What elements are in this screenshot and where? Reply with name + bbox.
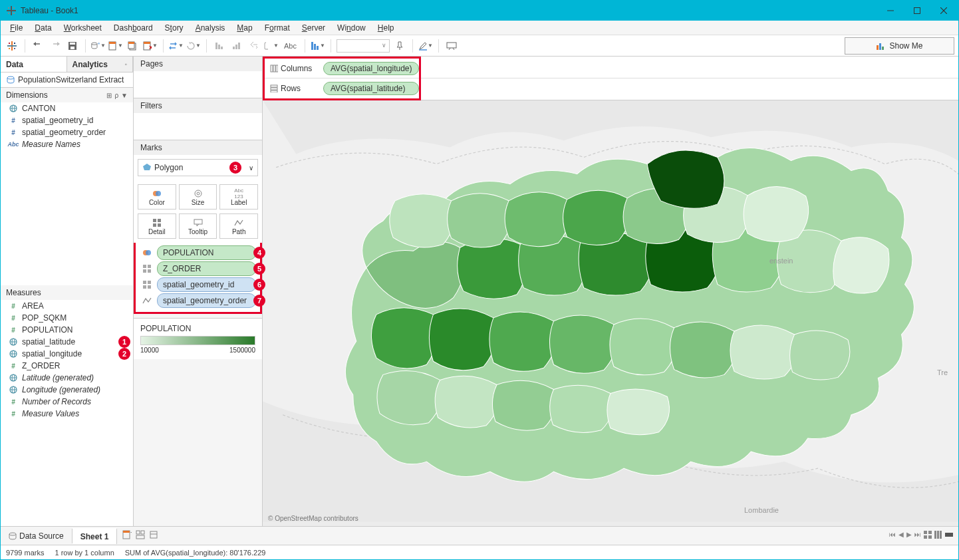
tooltip-card[interactable]: Tooltip (179, 213, 217, 239)
pin-button[interactable] (392, 39, 407, 53)
mark-pill[interactable]: spatial_geometry_order (157, 293, 256, 308)
duplicate-sheet-button[interactable] (126, 39, 140, 53)
tab-data[interactable]: Data (1, 57, 67, 72)
viz-area: Columns AVG(spatial_longitude) Rows AVG(… (263, 57, 958, 526)
mark-pill[interactable]: POPULATION (157, 245, 256, 260)
menu-window[interactable]: Window (332, 22, 371, 34)
menu-help[interactable]: Help (372, 22, 400, 34)
dimension-field[interactable]: CANTON (1, 102, 133, 114)
show-me-button[interactable]: Show Me (845, 37, 954, 55)
save-button[interactable] (65, 39, 80, 53)
last-sheet-button[interactable]: ⏭ (914, 531, 921, 541)
new-story-tab-button[interactable] (149, 530, 158, 541)
measure-field[interactable]: Latitude (generated) (1, 372, 133, 384)
minimize-button[interactable] (881, 4, 900, 17)
maximize-button[interactable] (908, 4, 926, 17)
dimensions-search-icon[interactable]: ρ (114, 92, 118, 99)
mark-pill[interactable]: Z_ORDER (157, 261, 256, 276)
dimensions-view-icon[interactable]: ⊞ (106, 92, 112, 99)
dimension-field[interactable]: #spatial_geometry_id (1, 114, 133, 126)
show-sheet-sorter-button[interactable] (934, 531, 942, 541)
detail-card[interactable]: Detail (138, 213, 176, 239)
menu-server[interactable]: Server (297, 22, 331, 34)
measure-field[interactable]: #POP_SQKM (1, 312, 133, 324)
rows-pill[interactable]: AVG(spatial_latitude) (323, 82, 419, 95)
show-tabs-button[interactable] (945, 531, 953, 541)
sort-desc-button[interactable] (229, 39, 244, 53)
menu-story[interactable]: Story (160, 22, 189, 34)
toolbar-search[interactable]: ∨ (337, 39, 390, 53)
measure-field[interactable]: #AREA (1, 300, 133, 312)
measure-field[interactable]: #POPULATION (1, 324, 133, 336)
dimension-field[interactable]: AbcMeasure Names (1, 138, 133, 150)
map-view[interactable]: mtéensteinTreLombardie © OpenStreetMap c… (263, 100, 958, 526)
group-button[interactable] (247, 39, 261, 53)
menu-map[interactable]: Map (231, 22, 257, 34)
mark-type-select[interactable]: Polygon 3 ∨ (138, 159, 258, 176)
measure-field[interactable]: Longitude (generated) (1, 384, 133, 396)
tableau-logo-icon[interactable] (5, 39, 19, 53)
totals-button[interactable]: ▼ (311, 39, 325, 53)
redo-button[interactable] (48, 39, 63, 53)
measure-field[interactable]: spatial_longitude2 (1, 348, 133, 360)
new-datasource-button[interactable]: +▼ (91, 39, 106, 53)
new-dashboard-tab-button[interactable] (136, 530, 145, 541)
label-card[interactable]: Abc123Label (219, 184, 258, 210)
path-card[interactable]: Path (219, 213, 258, 239)
measure-field[interactable]: #Measure Values (1, 408, 133, 420)
menu-dashboard[interactable]: Dashboard (108, 22, 158, 34)
data-source-tab[interactable]: Data Source (1, 529, 72, 543)
color-legend[interactable]: POPULATION 10000 1500000 (134, 318, 262, 359)
size-card[interactable]: Size (179, 184, 217, 210)
menu-analysis[interactable]: Analysis (190, 22, 231, 34)
field-type-icon: # (9, 117, 18, 124)
presentation-button[interactable] (444, 39, 459, 53)
next-sheet-button[interactable]: ▶ (906, 531, 912, 541)
measure-field[interactable]: spatial_latitude1 (1, 336, 133, 348)
close-button[interactable] (934, 4, 953, 17)
dimension-field[interactable]: #spatial_geometry_order (1, 126, 133, 138)
undo-button[interactable] (31, 39, 45, 53)
tab-analytics[interactable]: Analytics◦ (67, 57, 134, 72)
menu-worksheet[interactable]: Worksheet (59, 22, 107, 34)
clip-button[interactable]: ▼ (264, 39, 279, 53)
menu-file[interactable]: File (5, 22, 28, 34)
pages-shelf[interactable] (134, 71, 262, 98)
svg-rect-14 (9, 48, 10, 49)
map-region-label: enstein (769, 257, 793, 265)
rows-shelf-ext[interactable] (421, 78, 958, 100)
analytics-opts-icon[interactable]: ◦ (124, 61, 127, 68)
mark-pill-type-icon[interactable] (140, 278, 154, 291)
svg-rect-93 (136, 531, 140, 534)
filters-shelf[interactable] (134, 113, 262, 140)
show-filmstrip-button[interactable] (924, 531, 932, 541)
menu-format[interactable]: Format (259, 22, 295, 34)
autoupdate-button[interactable]: ▼ (186, 39, 201, 53)
columns-shelf[interactable]: Columns AVG(spatial_longitude) (265, 59, 419, 78)
mark-pill-type-icon[interactable] (140, 246, 154, 259)
prev-sheet-button[interactable]: ◀ (898, 531, 904, 541)
measure-field[interactable]: #Number of Records (1, 396, 133, 408)
color-card[interactable]: Color (138, 184, 176, 210)
highlight-button[interactable]: ▼ (418, 39, 433, 53)
mark-pill[interactable]: spatial_geometry_id (157, 277, 256, 292)
new-worksheet-tab-button[interactable]: + (122, 530, 132, 541)
sort-asc-button[interactable] (212, 39, 227, 53)
first-sheet-button[interactable]: ⏮ (889, 531, 896, 541)
measure-field[interactable]: #Z_ORDER (1, 360, 133, 372)
show-labels-button[interactable]: Abc (281, 39, 299, 53)
sheet-tab[interactable]: Sheet 1 (72, 528, 118, 544)
rows-shelf[interactable]: Rows AVG(spatial_latitude) (265, 78, 419, 98)
menu-data[interactable]: Data (29, 22, 57, 34)
mark-pill-type-icon[interactable] (140, 294, 154, 307)
columns-pill[interactable]: AVG(spatial_longitude) (323, 62, 419, 75)
swap-button[interactable]: ▼ (169, 39, 184, 53)
svg-rect-91 (123, 531, 130, 533)
status-bar: 9799 marks 1 row by 1 column SUM of AVG(… (1, 545, 958, 559)
datasource-row[interactable]: PopulationSwitzerland Extract (1, 72, 133, 88)
dimensions-menu-icon[interactable]: ▼ (121, 92, 128, 99)
mark-pill-type-icon[interactable] (140, 262, 154, 275)
new-worksheet-button[interactable]: +▼ (108, 39, 123, 53)
columns-shelf-ext[interactable] (421, 57, 958, 78)
clear-sheet-button[interactable]: ×▼ (143, 39, 158, 53)
